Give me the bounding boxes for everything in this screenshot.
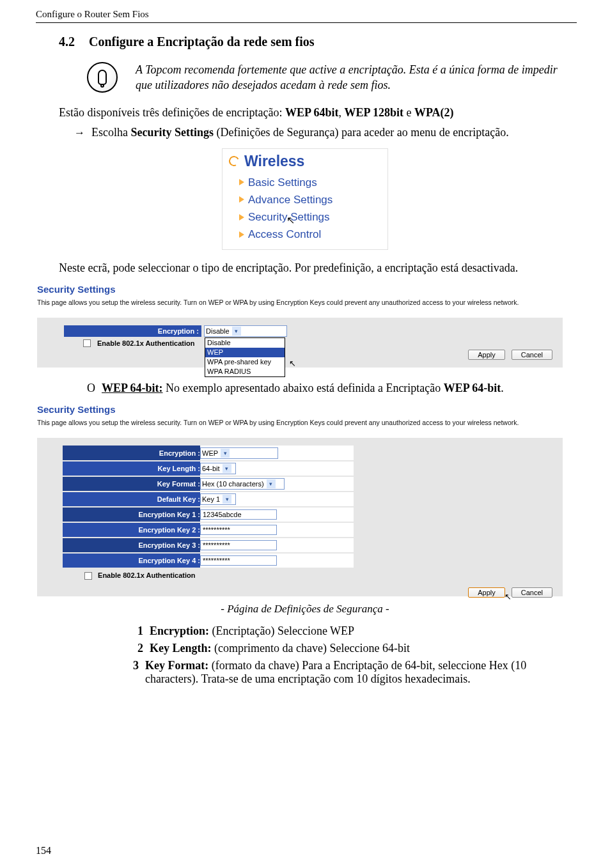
option-wpa-psk[interactable]: WPA pre-shared key [207,358,271,366]
option-wep[interactable]: WEP [205,348,285,357]
panel1-body: Encryption : Disable ▾ Disable WEP WPA p… [37,318,563,368]
wireless-ring-icon [228,155,241,168]
wireless-item-advance[interactable]: Advance Settings [239,191,381,208]
step-text: (Encriptação) Seleccione WEP [209,624,354,637]
panel2-auth-row: Enable 802.1x Authentication [84,571,556,580]
text: Estão disponíveis três definições de enc… [59,106,285,119]
select-keyfmt[interactable]: Hex (10 characters)▾ [200,478,285,490]
arrow-bullet: → Escolha Security Settings (Definições … [74,126,574,139]
lbl-encryption: Encryption : [63,446,200,461]
row-key2: Encryption Key 2 : ********** [63,522,354,538]
wireless-menu-screenshot: Wireless Basic Settings Advance Settings… [222,148,388,251]
select-value: 64-bit [202,465,220,472]
lbl-key2: Encryption Key 2 : [63,522,200,538]
panel1-encryption-dropdown[interactable]: Disable WEP WPA pre-shared key ↖ WPA RAD… [205,337,285,377]
wireless-item-basic[interactable]: Basic Settings [239,174,381,191]
wireless-item-access[interactable]: Access Control [239,226,381,243]
security-settings-bold: Security Settings [130,126,214,139]
step-text: (comprimento da chave) Seleccione 64-bit [212,642,410,655]
select-defkey[interactable]: Key 1▾ [200,493,236,505]
panel1-cancel-button[interactable]: Cancel [512,350,552,360]
option-disable[interactable]: Disable [205,338,285,348]
input-value: ********** [203,526,230,534]
input-key4[interactable]: ********** [200,555,277,566]
step-number: 3 [132,659,139,672]
document-page: Configure o Router Sem Fios 4.2 Configur… [0,0,610,868]
step-1: 1 Encryption: (Encriptação) Seleccione W… [132,624,574,638]
select-value: WEP [202,449,218,457]
row-key3: Encryption Key 3 : ********** [63,538,354,553]
select-value: Disable [206,327,230,335]
info-icon [87,62,123,93]
wep-bullet: O WEP 64-bit: No exemplo apresentado aba… [87,382,574,395]
panel2-form: Encryption : WEP▾ Key Length : 64-bit▾ K… [63,446,354,569]
section-title: Configure a Encriptação da rede sem fios [89,35,315,49]
option-wpa-radius[interactable]: WPA RADIUS [205,367,285,376]
panel2-cancel-button[interactable]: Cancel [512,587,552,598]
lbl-defkey: Default Key : [63,492,200,507]
input-value: 12345abcde [203,511,242,518]
wireless-item-security[interactable]: Security Settings ↖ [239,208,381,226]
step-number: 2 [132,642,143,655]
panel2-body: Encryption : WEP▾ Key Length : 64-bit▾ K… [37,438,563,596]
step-bold: Key Format: [145,659,208,672]
item-label: Security Settings [248,208,330,226]
header-bar: Configure o Router Sem Fios [36,9,577,23]
cursor-icon: ↖ [289,359,296,368]
wireless-title: Wireless [229,153,381,170]
panel2-desc: This page allows you setup the wireless … [37,419,574,426]
input-value: ********** [203,557,230,564]
info-callout: A Topcom recomenda fortemente que active… [87,62,574,93]
item-label: Access Control [248,226,321,243]
triangle-icon [239,231,244,238]
chevron-down-icon: ▾ [232,327,241,336]
arrow-text: Escolha Security Settings (Definições de… [91,126,509,139]
input-key1[interactable]: 12345abcde [200,509,277,520]
wireless-title-text: Wireless [244,153,304,170]
panel1-desc: This page allows you setup the wireless … [37,298,574,306]
text: Escolha [91,126,130,139]
lbl-key4: Encryption Key 4 : [63,553,200,568]
chevron-down-icon: ▾ [223,464,231,473]
row-keylen: Key Length : 64-bit▾ [63,461,354,476]
triangle-icon [239,214,244,221]
panel1-auth-checkbox[interactable] [83,339,91,347]
select-value: Hex (10 characters) [202,480,264,488]
row-keyfmt: Key Format : Hex (10 characters)▾ [63,476,354,492]
panel1-title: Security Settings [37,284,574,295]
panel2-apply-button[interactable]: Apply [468,587,505,598]
wep-bold: WEP 64-bit [444,382,501,394]
section-number: 4.2 [59,35,75,49]
text: (Definições de Segurança) para aceder ao… [214,126,509,139]
row-key4: Encryption Key 4 : ********** [63,553,354,568]
lbl-key3: Encryption Key 3 : [63,538,200,553]
steps-list: 1 Encryption: (Encriptação) Seleccione W… [132,624,574,686]
item-label: Advance Settings [248,191,332,208]
panel1-encryption-select[interactable]: Disable ▾ Disable WEP WPA pre-shared key… [204,325,287,337]
enc-wpa: WPA(2) [414,106,454,119]
panel2-auth-checkbox[interactable] [84,572,92,580]
triangle-icon [239,196,244,203]
step-3: 3 Key Format: (formato da chave) Para a … [132,659,574,686]
lbl-keylen: Key Length : [63,461,200,476]
input-key3[interactable]: ********** [200,540,277,550]
chevron-down-icon: ▾ [223,495,231,504]
panel1-apply-button[interactable]: Apply [468,350,505,360]
step-2: 2 Key Length: (comprimento da chave) Sel… [132,642,574,655]
panel1-encryption-label: Encryption : [64,325,201,337]
input-key2[interactable]: ********** [200,525,277,535]
select-keylen[interactable]: 64-bit▾ [200,463,236,474]
lbl-key1: Encryption Key 1 : [63,507,200,522]
enc-wep64: WEP 64bit [285,106,339,119]
select-encryption[interactable]: WEP▾ [200,447,278,459]
row-encryption: Encryption : WEP▾ [63,446,354,461]
panel2-auth-label: Enable 802.1x Authentication [98,571,195,579]
select-value: Key 1 [202,495,220,503]
cursor-icon: ↖ [504,592,512,601]
input-value: ********** [203,541,230,549]
enc-wep128: WEP 128bit [344,106,403,119]
step-bold: Key Length: [150,642,212,655]
info-text: A Topcom recomenda fortemente que active… [136,62,574,93]
header-text: Configure o Router Sem Fios [36,9,149,19]
item-label: Basic Settings [248,174,317,191]
